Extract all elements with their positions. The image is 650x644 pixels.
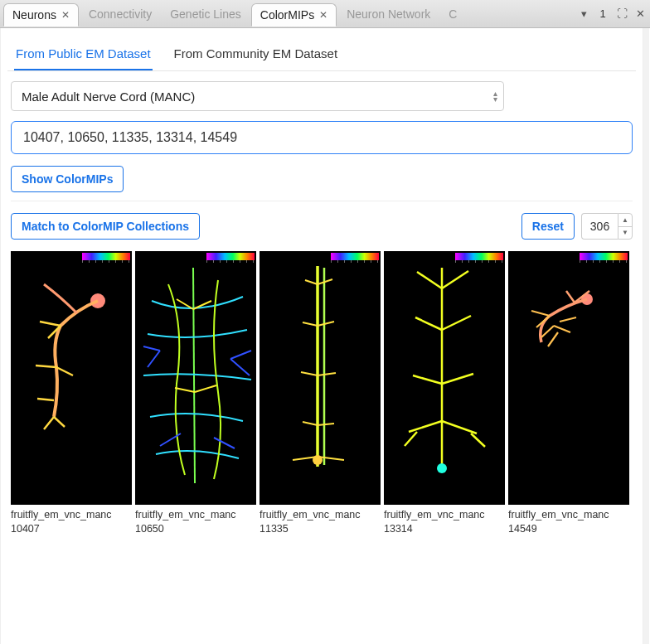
dataset-select[interactable]: Male Adult Nerve Cord (MANC): [11, 81, 504, 111]
colormip-thumbnail[interactable]: [135, 251, 256, 505]
stepper-down-icon[interactable]: ▼: [618, 227, 632, 240]
neuron-art-icon: [135, 251, 256, 505]
result-caption: fruitfly_em_vnc_manc 13314: [384, 508, 505, 536]
tab-label: ColorMIPs: [260, 8, 314, 22]
tab-neurons[interactable]: Neurons ✕: [3, 3, 79, 27]
colormip-thumbnail[interactable]: [11, 251, 132, 505]
result-card: fruitfly_em_vnc_manc 14549: [508, 251, 629, 536]
svg-point-2: [437, 463, 447, 473]
result-name: fruitfly_em_vnc_manc: [384, 509, 485, 521]
result-id: 11335: [260, 523, 289, 535]
subtab-community-em[interactable]: From Community EM Dataset: [172, 41, 340, 70]
result-name: fruitfly_em_vnc_manc: [11, 509, 112, 521]
result-card: fruitfly_em_vnc_manc 10650: [135, 251, 256, 536]
result-card: fruitfly_em_vnc_manc 10407: [11, 251, 132, 536]
dataset-select-wrap: Male Adult Nerve Cord (MANC) ▴▾: [11, 81, 504, 111]
main-tab-bar: Neurons ✕ Connectivity Genetic Lines Col…: [0, 0, 650, 28]
dropdown-icon[interactable]: ▾: [577, 7, 590, 20]
close-icon[interactable]: ✕: [319, 9, 327, 21]
tab-neuron-network[interactable]: Neuron Network: [338, 2, 439, 26]
result-name: fruitfly_em_vnc_manc: [508, 509, 609, 521]
close-icon[interactable]: ✕: [633, 7, 647, 20]
tabbar-controls: ▾ 1 ⛶ ✕: [577, 7, 647, 20]
result-id: 10650: [135, 523, 164, 535]
result-caption: fruitfly_em_vnc_manc 11335: [260, 508, 381, 536]
neuron-art-icon: [384, 251, 505, 505]
thumb-size-stepper: ▲ ▼: [581, 213, 633, 240]
close-icon[interactable]: ✕: [61, 9, 70, 21]
query-form: Male Adult Nerve Cord (MANC) ▴▾ Show Col…: [7, 71, 636, 553]
tab-label: Neuron Network: [347, 7, 430, 21]
scrollbar[interactable]: [643, 28, 649, 644]
result-id: 14549: [508, 523, 537, 535]
tab-label: C: [449, 7, 457, 21]
tab-label: Neurons: [12, 8, 56, 22]
colormip-thumbnail[interactable]: [384, 251, 505, 505]
fullscreen-icon[interactable]: ⛶: [615, 7, 628, 20]
neuron-id-input[interactable]: [11, 121, 633, 154]
result-caption: fruitfly_em_vnc_manc 14549: [508, 508, 629, 536]
tab-colormips[interactable]: ColorMIPs ✕: [251, 3, 337, 27]
colormip-thumbnail[interactable]: [508, 251, 629, 505]
tab-overflow[interactable]: C: [440, 2, 460, 26]
panel-content: From Public EM Dataset From Community EM…: [0, 28, 643, 644]
result-gallery: fruitfly_em_vnc_manc 10407: [11, 251, 633, 546]
actions-row: Match to ColorMIP Collections Reset ▲ ▼: [11, 201, 633, 251]
neuron-art-icon: [11, 251, 132, 505]
show-colormips-button[interactable]: Show ColorMIPs: [11, 166, 124, 192]
result-caption: fruitfly_em_vnc_manc 10407: [11, 508, 132, 536]
tab-label: Connectivity: [89, 7, 152, 21]
result-name: fruitfly_em_vnc_manc: [135, 509, 236, 521]
result-card: fruitfly_em_vnc_manc 13314: [384, 251, 505, 536]
dataset-select-value: Male Adult Nerve Cord (MANC): [22, 90, 195, 104]
reset-button[interactable]: Reset: [521, 213, 575, 240]
result-caption: fruitfly_em_vnc_manc 10650: [135, 508, 256, 536]
neuron-art-icon: [508, 251, 629, 505]
result-id: 10407: [11, 523, 40, 535]
tab-connectivity[interactable]: Connectivity: [80, 2, 160, 26]
subtab-public-em[interactable]: From Public EM Dataset: [14, 41, 153, 70]
svg-point-1: [313, 455, 323, 465]
result-name: fruitfly_em_vnc_manc: [260, 509, 361, 521]
stepper-up-icon[interactable]: ▲: [618, 214, 632, 227]
colormip-thumbnail[interactable]: [260, 251, 381, 505]
source-subtabs: From Public EM Dataset From Community EM…: [7, 35, 636, 71]
tab-genetic-lines[interactable]: Genetic Lines: [162, 2, 250, 26]
pane-number: 1: [595, 7, 610, 20]
neuron-art-icon: [260, 251, 381, 505]
result-card: fruitfly_em_vnc_manc 11335: [260, 251, 381, 536]
match-collections-button[interactable]: Match to ColorMIP Collections: [11, 213, 200, 240]
tab-label: Genetic Lines: [170, 7, 241, 21]
result-id: 13314: [384, 523, 413, 535]
thumb-size-input[interactable]: [581, 213, 618, 240]
